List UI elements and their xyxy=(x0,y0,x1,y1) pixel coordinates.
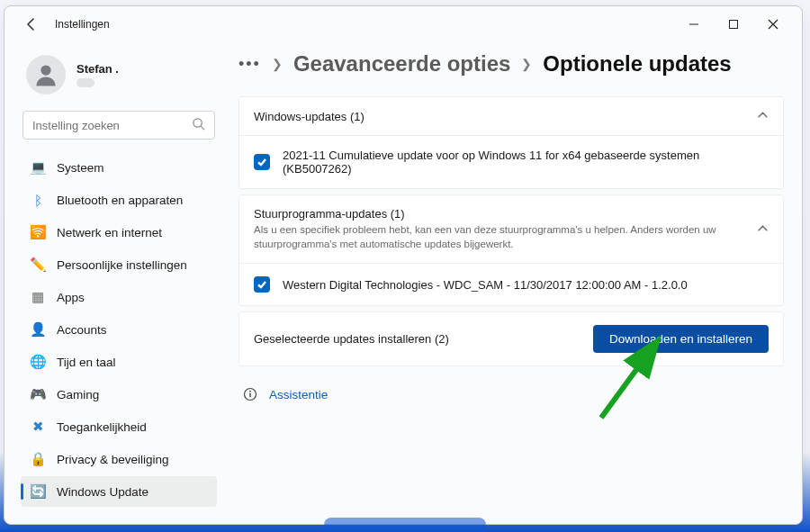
svg-rect-7 xyxy=(249,393,250,398)
sidebar-item-label: Persoonlijke instellingen xyxy=(57,258,187,272)
sidebar-item-bluetooth-en-apparaten[interactable]: ᛒBluetooth en apparaten xyxy=(21,185,217,215)
chevron-up-icon xyxy=(757,222,769,237)
update-item-label: Western Digital Technologies - WDC_SAM -… xyxy=(283,278,688,292)
breadcrumb-more[interactable]: ••• xyxy=(238,55,261,74)
user-account-type xyxy=(76,78,94,87)
sidebar-item-gaming[interactable]: 🎮Gaming xyxy=(21,379,217,410)
minimize-button[interactable] xyxy=(674,10,714,39)
svg-point-2 xyxy=(40,65,50,75)
page-title: Optionele updates xyxy=(543,51,731,77)
sidebar-item-label: Windows Update xyxy=(57,485,148,499)
close-icon xyxy=(768,19,778,30)
update-section: Stuurprogramma-updates (1)Als u een spec… xyxy=(238,194,784,306)
sidebar-icon: 🛜 xyxy=(30,224,46,240)
sidebar-item-label: Systeem xyxy=(57,161,104,175)
chevron-up-icon xyxy=(757,109,769,123)
chevron-right-icon: ❯ xyxy=(272,57,283,71)
user-block[interactable]: Stefan . xyxy=(21,44,217,111)
sidebar-icon: ✖ xyxy=(30,419,46,435)
sidebar-item-label: Apps xyxy=(57,291,85,304)
taskbar-hint xyxy=(324,518,486,532)
assist-label: Assistentie xyxy=(269,388,328,401)
download-install-button[interactable]: Downloaden en installeren xyxy=(593,325,769,353)
nav: 💻SysteemᛒBluetooth en apparaten🛜Netwerk … xyxy=(21,152,217,507)
section-title: Windows-updates (1) xyxy=(254,110,364,123)
update-item[interactable]: 2021-11 Cumulatieve update voor op Windo… xyxy=(239,136,783,188)
sidebar-icon: 🔒 xyxy=(30,451,46,467)
update-item-label: 2021-11 Cumulatieve update voor op Windo… xyxy=(283,149,769,176)
sidebar-item-windows-update[interactable]: 🔄Windows Update xyxy=(21,476,217,507)
sidebar-icon: 🎮 xyxy=(30,386,46,402)
section-subtitle: Als u een specifiek probleem hebt, kan e… xyxy=(254,223,722,251)
arrow-left-icon xyxy=(24,17,39,32)
sidebar-item-label: Toegankelijkheid xyxy=(57,420,147,434)
update-section: Windows-updates (1)2021-11 Cumulatieve u… xyxy=(238,96,784,189)
section-header[interactable]: Stuurprogramma-updates (1)Als u een spec… xyxy=(239,195,783,263)
svg-point-3 xyxy=(194,119,202,127)
breadcrumb-parent[interactable]: Geavanceerde opties xyxy=(293,51,510,77)
avatar xyxy=(26,55,66,95)
sidebar-item-systeem[interactable]: 💻Systeem xyxy=(21,152,217,183)
person-icon xyxy=(32,61,59,88)
assist-link[interactable]: Assistentie xyxy=(238,386,784,402)
sidebar-item-label: Bluetooth en apparaten xyxy=(57,194,183,207)
sidebar-item-label: Netwerk en internet xyxy=(57,226,162,239)
window-title: Instellingen xyxy=(55,18,110,31)
sidebar-item-label: Gaming xyxy=(57,388,99,401)
checkbox[interactable] xyxy=(254,154,270,170)
sidebar-icon: ▦ xyxy=(30,289,46,305)
install-bar: Geselecteerde updates installeren (2) Do… xyxy=(238,311,784,366)
username: Stefan . xyxy=(76,62,119,76)
close-button[interactable] xyxy=(753,10,793,39)
sidebar-item-privacy-beveiliging[interactable]: 🔒Privacy & beveiliging xyxy=(21,444,217,474)
svg-rect-1 xyxy=(730,21,738,29)
breadcrumb: ••• ❯ Geavanceerde opties ❯ Optionele up… xyxy=(238,51,784,77)
chevron-right-icon: ❯ xyxy=(521,57,532,71)
search-input-wrap[interactable] xyxy=(22,111,215,140)
maximize-icon xyxy=(728,19,739,30)
section-header[interactable]: Windows-updates (1) xyxy=(239,97,783,135)
checkbox[interactable] xyxy=(254,276,270,293)
sidebar-icon: 🌐 xyxy=(30,354,46,370)
search-icon xyxy=(192,117,205,133)
sidebar-item-apps[interactable]: ▦Apps xyxy=(21,282,217,312)
sidebar: Stefan . 💻SysteemᛒBluetooth en apparaten… xyxy=(4,42,222,524)
sidebar-icon: 💻 xyxy=(30,159,46,176)
maximize-button[interactable] xyxy=(714,10,753,39)
sidebar-icon: ᛒ xyxy=(30,192,46,208)
svg-line-4 xyxy=(201,126,204,130)
back-button[interactable] xyxy=(21,14,42,35)
sidebar-item-netwerk-en-internet[interactable]: 🛜Netwerk en internet xyxy=(21,217,217,248)
sidebar-item-label: Privacy & beveiliging xyxy=(57,453,169,466)
section-title: Stuurprogramma-updates (1) xyxy=(254,207,722,221)
sidebar-icon: 👤 xyxy=(30,321,46,338)
update-item[interactable]: Western Digital Technologies - WDC_SAM -… xyxy=(239,264,783,305)
assist-icon xyxy=(242,386,258,402)
sidebar-item-persoonlijke-instellingen[interactable]: ✏️Persoonlijke instellingen xyxy=(21,249,217,280)
sidebar-item-accounts[interactable]: 👤Accounts xyxy=(21,314,217,345)
svg-point-6 xyxy=(249,391,251,392)
sidebar-item-toegankelijkheid[interactable]: ✖Toegankelijkheid xyxy=(21,411,217,442)
sidebar-item-label: Accounts xyxy=(57,323,107,337)
install-count-label: Geselecteerde updates installeren (2) xyxy=(254,332,449,346)
sidebar-icon: ✏️ xyxy=(30,257,46,273)
sidebar-icon: 🔄 xyxy=(30,483,46,500)
main-content: ••• ❯ Geavanceerde opties ❯ Optionele up… xyxy=(222,42,802,524)
sidebar-item-tijd-en-taal[interactable]: 🌐Tijd en taal xyxy=(21,347,217,377)
minimize-icon xyxy=(688,19,699,30)
sidebar-item-label: Tijd en taal xyxy=(57,356,116,369)
titlebar: Instellingen xyxy=(4,6,802,42)
search-input[interactable] xyxy=(32,119,192,132)
